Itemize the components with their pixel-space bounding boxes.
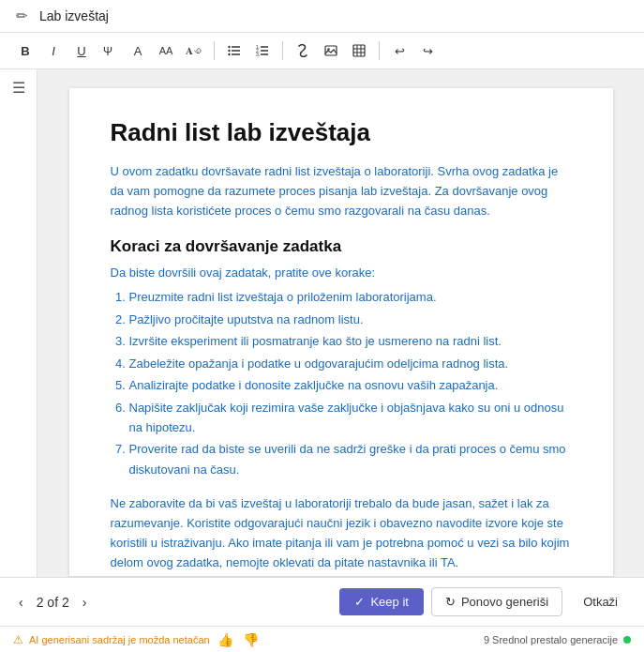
toolbar-divider-3 bbox=[379, 41, 380, 60]
bold-button[interactable]: B bbox=[13, 38, 37, 63]
list-item: Zabeležite opažanja i podatke u odgovara… bbox=[129, 354, 572, 373]
steps-list: Preuzmite radni list izveštaja o prilože… bbox=[111, 287, 572, 479]
list-item: Analizirajte podatke i donosite zaključk… bbox=[129, 375, 572, 395]
editor-area: Radni list lab izveštaja U ovom zadatku … bbox=[37, 69, 644, 577]
section-subtext: Da biste dovršili ovaj zadatak, pratite … bbox=[111, 265, 572, 280]
font-size-button[interactable]: AA bbox=[154, 38, 178, 63]
status-text: 9 Srednol prestalo generacije bbox=[484, 634, 618, 645]
prev-page-button[interactable]: ‹ bbox=[13, 591, 29, 614]
thumbs-area: 👍 👎 bbox=[216, 632, 261, 647]
svg-text:3.: 3. bbox=[256, 52, 260, 57]
ai-warning-text: AI generisani sadržaj je možda netačan bbox=[29, 634, 210, 645]
svg-point-4 bbox=[228, 46, 230, 48]
next-page-button[interactable]: › bbox=[77, 591, 93, 614]
status-dot bbox=[623, 636, 631, 644]
svg-point-6 bbox=[228, 53, 230, 55]
keep-check-icon: ✓ bbox=[354, 595, 365, 609]
document-title: Lab izveštaj bbox=[39, 8, 109, 23]
bottom-bar: ‹ 2 of 2 › ✓ Keep it ↻ Ponovo generiši O… bbox=[0, 577, 644, 626]
thumbs-up-button[interactable]: 👍 bbox=[216, 632, 235, 647]
svg-rect-16 bbox=[353, 45, 365, 56]
regenerate-button[interactable]: ↻ Ponovo generiši bbox=[431, 587, 562, 616]
document-heading: Radni list lab izveštaja bbox=[111, 118, 572, 147]
regenerate-label: Ponovo generiši bbox=[461, 595, 548, 609]
toolbar-divider-1 bbox=[214, 41, 215, 60]
list-item: Pažljivo pročitajte uputstva na radnom l… bbox=[129, 310, 572, 329]
pagination-area: ‹ 2 of 2 › bbox=[13, 591, 92, 614]
keep-it-label: Keep it bbox=[370, 595, 408, 609]
document-page: Radni list lab izveštaja U ovom zadatku … bbox=[69, 88, 613, 576]
sidebar-strip: ☰ bbox=[0, 69, 37, 577]
section-heading: Koraci za dovršavanje zadatka bbox=[111, 237, 572, 256]
status-right: 9 Srednol prestalo generacije bbox=[484, 634, 631, 645]
italic-button[interactable]: I bbox=[41, 38, 66, 63]
toolbar-divider-2 bbox=[282, 41, 283, 60]
page-indicator: 2 of 2 bbox=[37, 595, 69, 610]
edit-icon: ✏ bbox=[13, 8, 30, 24]
warning-icon: ⚠ bbox=[13, 633, 23, 646]
sidebar-menu-icon[interactable]: ☰ bbox=[12, 79, 25, 97]
title-bar: ✏ Lab izveštaj bbox=[0, 0, 644, 33]
list-item: Proverite rad da biste se uverili da ne … bbox=[129, 439, 572, 479]
toolbar: B I U Ψ A AA 𝐀꩜ 1. 2. 3. bbox=[0, 33, 644, 69]
format-button[interactable]: 𝐀꩜ bbox=[182, 38, 206, 63]
ai-warning-area: ⚠ AI generisani sadržaj je možda netačan… bbox=[13, 632, 261, 647]
svg-point-5 bbox=[228, 50, 230, 52]
image-button[interactable] bbox=[319, 38, 343, 63]
svg-text:Ψ: Ψ bbox=[103, 45, 112, 57]
svg-point-15 bbox=[327, 48, 329, 50]
table-button[interactable] bbox=[347, 38, 371, 63]
main-area: ☰ Radni list lab izveštaja U ovom zadatk… bbox=[0, 69, 644, 577]
underline-button[interactable]: U bbox=[69, 38, 94, 63]
strikethrough-button[interactable]: Ψ bbox=[97, 38, 122, 63]
document-intro: U ovom zadatku dovršavate radni list izv… bbox=[111, 162, 572, 220]
bullet-list-button[interactable] bbox=[222, 38, 247, 63]
action-buttons: ✓ Keep it ↻ Ponovo generiši Otkaži bbox=[339, 587, 631, 616]
font-color-button[interactable]: A bbox=[126, 38, 150, 63]
status-bar: ⚠ AI generisani sadržaj je možda netačan… bbox=[0, 626, 644, 652]
undo-button[interactable]: ↩ bbox=[387, 38, 412, 63]
regenerate-icon: ↻ bbox=[445, 595, 456, 609]
list-item: Izvršite eksperiment ili posmatranje kao… bbox=[129, 331, 572, 351]
redo-button[interactable]: ↪ bbox=[415, 38, 440, 63]
list-item: Preuzmite radni list izveštaja o prilože… bbox=[129, 287, 572, 307]
svg-line-13 bbox=[301, 49, 305, 53]
link-button[interactable] bbox=[291, 38, 315, 63]
document-footer: Ne zaboravite da bi vaš izveštaj u labor… bbox=[111, 494, 572, 572]
cancel-button[interactable]: Otkaži bbox=[570, 588, 631, 615]
thumbs-down-button[interactable]: 👎 bbox=[241, 632, 261, 647]
list-item: Napišite zaključak koji rezimira vaše za… bbox=[129, 398, 572, 438]
numbered-list-button[interactable]: 1. 2. 3. bbox=[250, 38, 275, 63]
keep-it-button[interactable]: ✓ Keep it bbox=[339, 588, 423, 615]
